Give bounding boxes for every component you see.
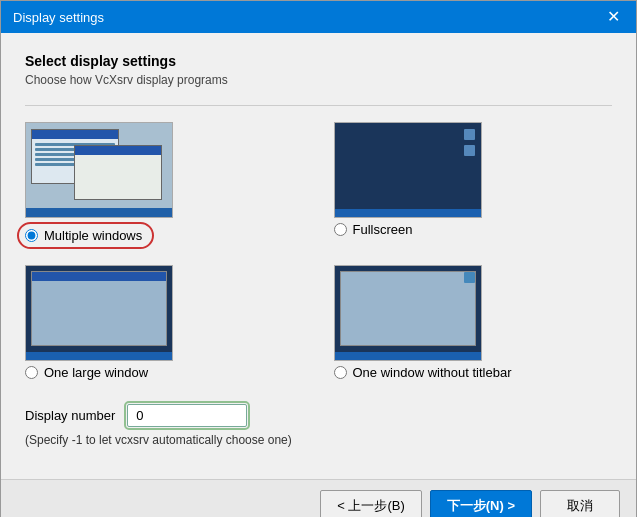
radio-multiple-windows[interactable] <box>25 229 38 242</box>
option-multiple-windows: Multiple windows <box>25 122 304 253</box>
button-bar: < 上一步(B) 下一步(N) > 取消 <box>1 479 636 517</box>
next-button[interactable]: 下一步(N) > <box>430 490 532 517</box>
display-number-row: Display number <box>25 404 612 427</box>
display-number-label: Display number <box>25 408 115 423</box>
display-settings-dialog: Display settings ✕ Select display settin… <box>0 0 637 517</box>
option-large-window: One large window <box>25 265 304 386</box>
preview-large-window <box>25 265 173 361</box>
display-number-hint: (Specify -1 to let vcxsrv automatically … <box>25 433 612 447</box>
section-subtitle: Choose how VcXsrv display programs <box>25 73 612 87</box>
radio-no-titlebar[interactable] <box>334 366 347 379</box>
label-no-titlebar[interactable]: One window without titlebar <box>353 365 512 380</box>
preview-no-titlebar <box>334 265 482 361</box>
preview-fullscreen <box>334 122 482 218</box>
label-fullscreen[interactable]: Fullscreen <box>353 222 413 237</box>
radio-row-multiple-windows[interactable]: Multiple windows <box>17 222 154 249</box>
close-button[interactable]: ✕ <box>603 9 624 25</box>
label-large-window[interactable]: One large window <box>44 365 148 380</box>
option-no-titlebar: One window without titlebar <box>334 265 613 386</box>
display-number-input[interactable] <box>127 404 247 427</box>
dialog-content: Select display settings Choose how VcXsr… <box>1 33 636 479</box>
preview-multiple-windows <box>25 122 173 218</box>
radio-row-large-window[interactable]: One large window <box>25 365 148 380</box>
title-bar: Display settings ✕ <box>1 1 636 33</box>
cancel-button[interactable]: 取消 <box>540 490 620 517</box>
option-fullscreen: Fullscreen <box>334 122 613 253</box>
section-title: Select display settings <box>25 53 612 69</box>
back-button[interactable]: < 上一步(B) <box>320 490 422 517</box>
radio-row-no-titlebar[interactable]: One window without titlebar <box>334 365 512 380</box>
radio-row-fullscreen[interactable]: Fullscreen <box>334 222 413 237</box>
dialog-title: Display settings <box>13 10 104 25</box>
display-number-section: Display number (Specify -1 to let vcxsrv… <box>25 404 612 447</box>
radio-large-window[interactable] <box>25 366 38 379</box>
separator <box>25 105 612 106</box>
label-multiple-windows[interactable]: Multiple windows <box>44 228 142 243</box>
options-layout: Multiple windows Fullscreen <box>25 122 612 386</box>
radio-fullscreen[interactable] <box>334 223 347 236</box>
